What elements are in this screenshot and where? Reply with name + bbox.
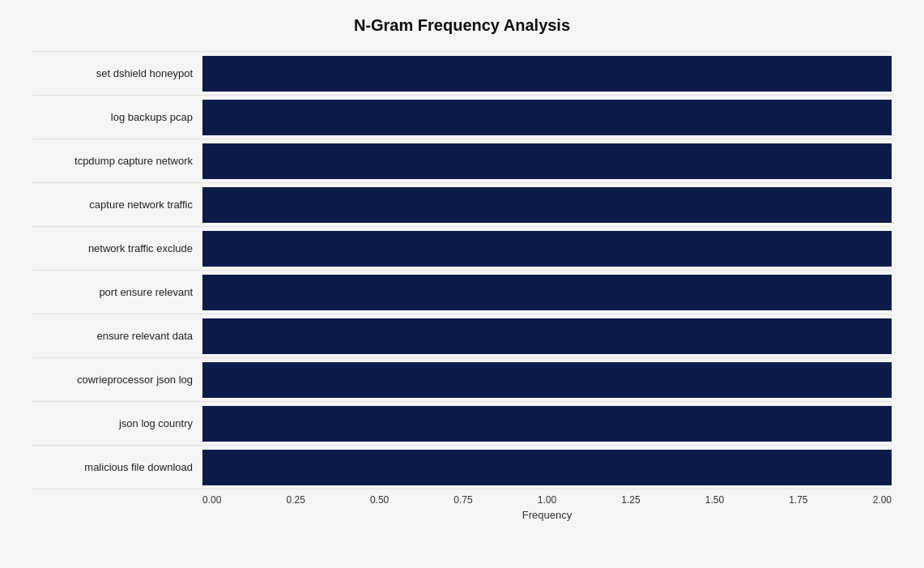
bar-row: cowrieprocessor json log xyxy=(32,357,892,401)
bar-row: capture network traffic xyxy=(32,182,892,226)
bar-fill xyxy=(202,56,892,92)
bar-label: network traffic exclude xyxy=(32,242,202,254)
bar-row: json log country xyxy=(32,401,892,445)
bar-row: network traffic exclude xyxy=(32,226,892,270)
bar-fill xyxy=(202,275,892,310)
bar-row: port ensure relevant xyxy=(32,270,892,314)
bar-track xyxy=(202,187,892,223)
bar-label: log backups pcap xyxy=(32,111,202,123)
x-tick: 0.75 xyxy=(453,494,472,506)
x-tick: 0.50 xyxy=(370,494,389,506)
bar-row: tcpdump capture network xyxy=(32,139,892,182)
bar-row: set dshield honeypot xyxy=(32,51,892,95)
chart-area: set dshield honeypotlog backups pcaptcpd… xyxy=(32,51,892,489)
bar-label: malicious file download xyxy=(32,461,202,473)
x-tick: 1.00 xyxy=(538,494,556,506)
bar-label: set dshield honeypot xyxy=(32,67,202,79)
bar-track xyxy=(202,450,892,485)
bar-fill xyxy=(202,100,892,135)
bar-label: capture network traffic xyxy=(32,199,202,211)
x-axis: 0.000.250.500.751.001.251.501.752.00 xyxy=(202,489,892,506)
bar-label: tcpdump capture network xyxy=(32,155,202,167)
bar-track xyxy=(202,231,892,267)
bar-track xyxy=(202,406,892,442)
bar-track xyxy=(202,56,892,92)
bar-track xyxy=(202,275,892,310)
x-tick: 2.00 xyxy=(873,494,892,506)
x-tick: 1.25 xyxy=(621,494,640,506)
bar-label: cowrieprocessor json log xyxy=(32,374,202,386)
bar-fill xyxy=(202,231,892,267)
bar-label: ensure relevant data xyxy=(32,330,202,342)
bar-track xyxy=(202,143,892,179)
x-tick: 1.50 xyxy=(705,494,724,506)
bar-fill xyxy=(202,406,892,442)
bar-fill xyxy=(202,450,892,485)
bar-row: malicious file download xyxy=(32,445,892,489)
bar-track xyxy=(202,318,892,354)
x-tick: 0.25 xyxy=(286,494,304,506)
bar-track xyxy=(202,100,892,135)
bar-fill xyxy=(202,362,892,398)
bar-label: json log country xyxy=(32,417,202,429)
bar-label: port ensure relevant xyxy=(32,286,202,298)
x-axis-label: Frequency xyxy=(202,509,892,521)
bar-track xyxy=(202,362,892,398)
bar-row: ensure relevant data xyxy=(32,314,892,357)
x-tick: 1.75 xyxy=(789,494,807,506)
bar-fill xyxy=(202,318,892,354)
bar-fill xyxy=(202,187,892,223)
bar-fill xyxy=(202,143,892,179)
chart-title: N-Gram Frequency Analysis xyxy=(32,16,892,35)
bar-row: log backups pcap xyxy=(32,95,892,139)
chart-container: N-Gram Frequency Analysis set dshield ho… xyxy=(0,0,924,568)
x-tick: 0.00 xyxy=(202,494,221,506)
